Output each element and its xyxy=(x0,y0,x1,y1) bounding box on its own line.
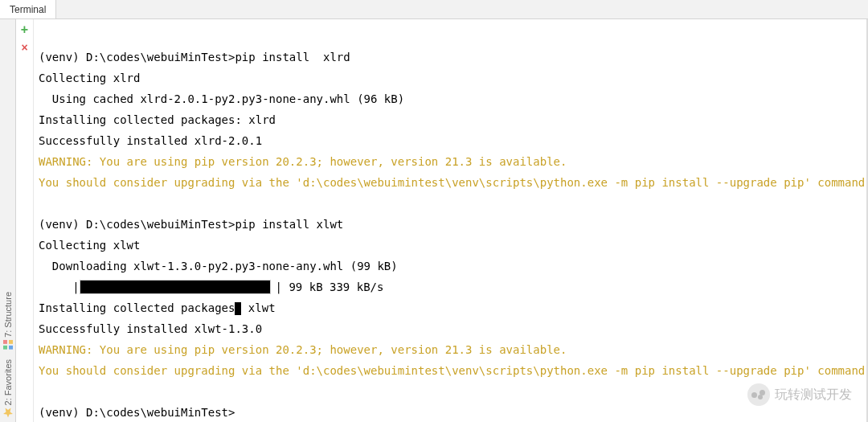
progress-label: | 99 kB 339 kB/s xyxy=(276,277,384,297)
top-bar: Terminal xyxy=(0,0,868,19)
terminal-warning-line: You should consider upgrading via the 'd… xyxy=(39,172,862,193)
progress-bar xyxy=(80,280,271,294)
add-session-button[interactable]: + xyxy=(19,24,31,35)
tab-terminal[interactable]: Terminal xyxy=(0,0,56,18)
sidebar-structure-tab[interactable]: 7: Structure xyxy=(3,287,13,354)
left-sidebar: 7: Structure 2: Favorites xyxy=(0,19,16,422)
terminal-line xyxy=(39,381,862,402)
structure-icon xyxy=(3,340,13,350)
terminal-line: Collecting xlrd xyxy=(39,68,862,88)
terminal-line: Successfully installed xlrd-2.0.1 xyxy=(39,130,862,151)
terminal-line: (venv) D:\codes\webuiMinTest> xyxy=(39,402,862,422)
terminal-line: Successfully installed xlwt-1.3.0 xyxy=(39,318,862,339)
svg-marker-4 xyxy=(3,408,13,417)
terminal-toolbar: + × xyxy=(16,19,34,422)
svg-rect-0 xyxy=(9,346,13,350)
terminal-line: (venv) D:\codes\webuiMinTest>pip install… xyxy=(39,214,862,235)
tab-spacer xyxy=(56,0,868,18)
terminal-progress-line: || 99 kB 339 kB/s xyxy=(39,277,862,297)
star-icon xyxy=(3,408,13,417)
svg-rect-1 xyxy=(3,346,7,350)
sidebar-favorites-label: 2: Favorites xyxy=(3,359,13,405)
terminal-line: Using cached xlrd-2.0.1-py2.py3-none-any… xyxy=(39,88,862,109)
terminal-line: Installing collected packages xlwt xyxy=(39,297,862,318)
terminal-warning-line: WARNING: You are using pip version 20.2.… xyxy=(39,339,862,360)
terminal-line: Downloading xlwt-1.3.0-py2.py3-none-any.… xyxy=(39,256,862,277)
terminal-line: Collecting xlwt xyxy=(39,235,862,256)
terminal-line: Installing collected packages: xlrd xyxy=(39,109,862,130)
terminal-warning-line: You should consider upgrading via the 'd… xyxy=(39,360,862,381)
sidebar-structure-label: 7: Structure xyxy=(3,292,13,338)
terminal-line xyxy=(39,26,862,47)
sidebar-favorites-tab[interactable]: 2: Favorites xyxy=(3,354,13,422)
terminal-line: (venv) D:\codes\webuiMinTest>pip install… xyxy=(39,47,862,68)
svg-rect-3 xyxy=(3,340,7,344)
svg-rect-2 xyxy=(9,340,13,344)
close-session-button[interactable]: × xyxy=(19,42,31,53)
terminal-warning-line: WARNING: You are using pip version 20.2.… xyxy=(39,151,862,172)
terminal-line xyxy=(39,193,862,214)
terminal-output[interactable]: (venv) D:\codes\webuiMinTest>pip install… xyxy=(34,19,866,422)
